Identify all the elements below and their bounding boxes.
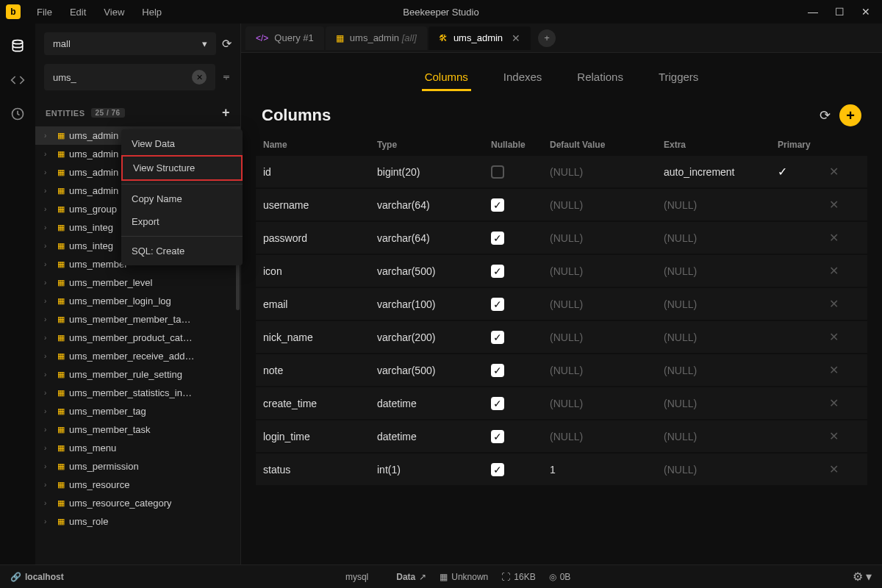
- context-menu-item[interactable]: View Structure: [121, 155, 243, 181]
- chevron-right-icon: ›: [44, 517, 53, 526]
- data-status[interactable]: Data↗: [396, 572, 426, 582]
- refresh-columns-button[interactable]: ⟳: [820, 107, 831, 123]
- add-column-button[interactable]: +: [839, 104, 861, 126]
- new-tab-button[interactable]: +: [538, 29, 556, 47]
- table-icon: ▦: [57, 333, 65, 343]
- entity-item[interactable]: ›▦ums_member_task: [35, 420, 240, 439]
- delete-column-button[interactable]: ✕: [829, 364, 839, 376]
- column-row[interactable]: usernamevarchar(64)✓(NULL)(NULL)✕: [256, 189, 867, 220]
- context-menu-item[interactable]: SQL: Create: [121, 240, 243, 262]
- menu-edit[interactable]: Edit: [62, 4, 93, 21]
- nullable-checkbox[interactable]: ✓: [491, 364, 504, 377]
- close-tab-button[interactable]: ✕: [512, 32, 520, 44]
- delete-column-button[interactable]: ✕: [829, 198, 839, 211]
- table-icon: ▦: [57, 241, 65, 251]
- editor-tab[interactable]: ▦ums_admin [all]: [326, 26, 427, 50]
- entity-item[interactable]: ›▦ums_role: [35, 512, 240, 531]
- section-title: Columns: [262, 106, 331, 125]
- context-menu-item[interactable]: Copy Name: [121, 187, 243, 210]
- content-area: </>Query #1▦ums_admin [all]🛠ums_admin✕+ …: [241, 24, 882, 564]
- context-menu-item[interactable]: Export: [121, 210, 243, 233]
- sub-tab-columns[interactable]: Columns: [422, 65, 471, 91]
- nullable-checkbox[interactable]: [491, 165, 504, 179]
- entity-item[interactable]: ›▦ums_permission: [35, 457, 240, 476]
- editor-tab[interactable]: 🛠ums_admin✕: [429, 26, 531, 50]
- entity-item[interactable]: ›▦ums_member_member_ta…: [35, 310, 240, 329]
- table-header-row: Name Type Nullable Default Value Extra P…: [256, 134, 867, 156]
- chevron-right-icon: ›: [44, 481, 53, 489]
- table-icon: ▦: [57, 406, 65, 416]
- history-icon[interactable]: [10, 106, 26, 122]
- delete-column-button[interactable]: ✕: [829, 397, 839, 409]
- entity-item[interactable]: ›▦ums_menu: [35, 439, 240, 457]
- entity-item[interactable]: ›▦ums_member_login_log: [35, 292, 240, 310]
- entity-item[interactable]: ›▦ums_resource_category: [35, 494, 240, 512]
- connection-host[interactable]: 🔗 localhost: [10, 572, 64, 582]
- filter-input[interactable]: [53, 72, 192, 83]
- entity-name: ums_member_rule_setting: [69, 369, 182, 380]
- nullable-checkbox[interactable]: ✓: [491, 331, 504, 344]
- entity-item[interactable]: ›▦ums_member_product_cat…: [35, 329, 240, 347]
- chevron-right-icon: ›: [44, 168, 53, 176]
- chevron-right-icon: ›: [44, 407, 53, 415]
- add-entity-button[interactable]: +: [222, 105, 230, 121]
- nullable-checkbox[interactable]: ✓: [491, 397, 504, 410]
- tab-icon: ▦: [336, 33, 344, 43]
- entity-item[interactable]: ›▦ums_member_tag: [35, 402, 240, 420]
- refresh-db-button[interactable]: ⟳: [222, 37, 232, 51]
- delete-column-button[interactable]: ✕: [829, 165, 839, 178]
- delete-column-button[interactable]: ✕: [829, 232, 839, 244]
- menu-view[interactable]: View: [96, 4, 132, 21]
- table-icon: ▦: [57, 168, 65, 177]
- sub-tab-indexes[interactable]: Indexes: [501, 65, 545, 91]
- app-title: Beekeeper Studio: [403, 7, 478, 18]
- menu-help[interactable]: Help: [135, 4, 169, 21]
- table-icon: ▦: [57, 278, 65, 287]
- entities-header: ENTITIES 25 / 76 +: [35, 99, 240, 126]
- menu-file[interactable]: File: [29, 4, 60, 21]
- entity-item[interactable]: ›▦ums_member_statistics_in…: [35, 384, 240, 402]
- sub-tab-triggers[interactable]: Triggers: [656, 65, 701, 91]
- maximize-button[interactable]: ☐: [829, 1, 850, 22]
- nullable-checkbox[interactable]: ✓: [491, 198, 504, 212]
- database-icon[interactable]: [10, 38, 26, 54]
- database-selector[interactable]: mall▾: [44, 32, 216, 55]
- entity-item[interactable]: ›▦ums_member_receive_add…: [35, 347, 240, 365]
- settings-icon[interactable]: ⚙ ▾: [853, 570, 872, 584]
- column-row[interactable]: passwordvarchar(64)✓(NULL)(NULL)✕: [256, 222, 867, 254]
- entity-name: ums_admin: [69, 185, 118, 196]
- nullable-checkbox[interactable]: ✓: [491, 298, 504, 311]
- editor-tab[interactable]: </>Query #1: [245, 26, 324, 50]
- delete-column-button[interactable]: ✕: [829, 430, 839, 442]
- column-row[interactable]: emailvarchar(100)✓(NULL)(NULL)✕: [256, 288, 867, 320]
- delete-column-button[interactable]: ✕: [829, 298, 839, 310]
- context-menu-item[interactable]: View Data: [121, 132, 243, 155]
- clear-filter-button[interactable]: ✕: [192, 70, 207, 85]
- nullable-checkbox[interactable]: ✓: [491, 463, 504, 476]
- close-button[interactable]: ✕: [856, 1, 876, 22]
- app-logo: b: [6, 4, 21, 19]
- column-row[interactable]: login_timedatetime✓(NULL)(NULL)✕: [256, 420, 867, 452]
- column-row[interactable]: iconvarchar(500)✓(NULL)(NULL)✕: [256, 255, 867, 287]
- column-row[interactable]: notevarchar(500)✓(NULL)(NULL)✕: [256, 354, 867, 386]
- entity-item[interactable]: ›▦ums_member_level: [35, 273, 240, 292]
- minimize-button[interactable]: —: [803, 1, 823, 22]
- filter-icon[interactable]: ⫧: [221, 71, 232, 83]
- entity-item[interactable]: ›▦ums_member_rule_setting: [35, 365, 240, 384]
- nullable-checkbox[interactable]: ✓: [491, 430, 504, 443]
- entity-name: ums_member_receive_add…: [69, 351, 195, 362]
- column-row[interactable]: idbigint(20)(NULL)auto_increment✓✕: [256, 156, 867, 187]
- delete-column-button[interactable]: ✕: [829, 463, 839, 476]
- delete-column-button[interactable]: ✕: [829, 331, 839, 343]
- entity-name: ums_admin: [69, 130, 118, 141]
- entity-item[interactable]: ›▦ums_resource: [35, 476, 240, 494]
- delete-column-button[interactable]: ✕: [829, 265, 839, 277]
- nullable-checkbox[interactable]: ✓: [491, 232, 504, 245]
- column-row[interactable]: create_timedatetime✓(NULL)(NULL)✕: [256, 387, 867, 419]
- chevron-right-icon: ›: [44, 205, 53, 213]
- column-row[interactable]: nick_namevarchar(200)✓(NULL)(NULL)✕: [256, 321, 867, 353]
- nullable-checkbox[interactable]: ✓: [491, 265, 504, 278]
- code-icon[interactable]: [10, 72, 26, 88]
- sub-tab-relations[interactable]: Relations: [574, 65, 626, 91]
- column-row[interactable]: statusint(1)✓1(NULL)✕: [256, 453, 867, 485]
